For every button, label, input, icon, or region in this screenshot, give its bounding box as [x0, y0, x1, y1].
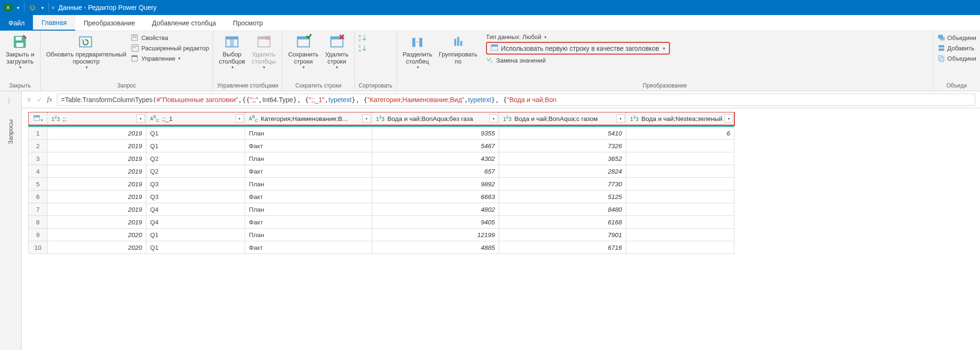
cell[interactable]: 9892: [372, 178, 499, 191]
cell[interactable]: 7730: [499, 178, 626, 191]
cell[interactable]: 5467: [372, 140, 499, 152]
cell[interactable]: Q4: [146, 216, 245, 229]
cell[interactable]: 2019: [48, 216, 146, 229]
remove-columns-button[interactable]: Удалить столбцы ▾: [250, 33, 278, 71]
cell[interactable]: Факт: [245, 216, 372, 229]
keep-rows-button[interactable]: Сохранить строки ▾: [286, 33, 320, 71]
cell[interactable]: 2824: [499, 165, 626, 178]
cell[interactable]: План: [245, 203, 372, 216]
cell[interactable]: Q3: [146, 178, 245, 191]
remove-rows-button[interactable]: Удалить строки ▾: [323, 33, 351, 71]
cell[interactable]: Q2: [146, 165, 245, 178]
row-number[interactable]: 5: [29, 178, 48, 191]
column-header[interactable]: 123Вода и чай;BonAqua;с газом▾: [499, 112, 626, 125]
cell[interactable]: [626, 140, 734, 152]
use-first-row-headers-button[interactable]: Использовать первую строку в качестве за…: [486, 42, 670, 55]
cell[interactable]: 5410: [499, 127, 626, 140]
cell[interactable]: 2019: [48, 127, 146, 140]
cell[interactable]: 6168: [499, 216, 626, 229]
cell[interactable]: [626, 165, 734, 178]
tab-file[interactable]: Файл: [0, 15, 33, 31]
row-number[interactable]: 3: [29, 152, 48, 165]
column-filter-dropdown[interactable]: ▾: [725, 114, 733, 123]
column-header[interactable]: ABC;;_1▾: [146, 112, 245, 125]
row-number[interactable]: 9: [29, 229, 48, 241]
cell[interactable]: 7326: [499, 140, 626, 152]
table-row[interactable]: 32019Q2План43023652: [29, 152, 734, 165]
cell[interactable]: 12199: [372, 229, 499, 241]
cell[interactable]: Q1: [146, 241, 245, 254]
column-filter-dropdown[interactable]: ▾: [136, 114, 145, 123]
cell[interactable]: Q1: [146, 140, 245, 152]
advanced-editor-button[interactable]: Расширенный редактор: [131, 43, 209, 53]
row-number[interactable]: 2: [29, 140, 48, 152]
table-row[interactable]: 62019Q3Факт66635125: [29, 191, 734, 203]
qat-overflow[interactable]: ▿: [52, 5, 55, 11]
table-row[interactable]: 42019Q2Факт6572824: [29, 165, 734, 178]
qat-dropdown-2[interactable]: ▾: [41, 5, 44, 10]
cell[interactable]: План: [245, 229, 372, 241]
merge-queries-button[interactable]: Объедини: [937, 33, 976, 42]
row-number[interactable]: 7: [29, 203, 48, 216]
cell[interactable]: 9355: [372, 127, 499, 140]
cell[interactable]: План: [245, 178, 372, 191]
append-queries-button[interactable]: Добавить: [937, 43, 976, 53]
cell[interactable]: Q1: [146, 127, 245, 140]
row-number[interactable]: 1: [29, 127, 48, 140]
split-column-button[interactable]: Разделить столбец ▾: [401, 33, 434, 71]
tab-add-column[interactable]: Добавление столбца: [143, 15, 224, 31]
cell[interactable]: [626, 152, 734, 165]
close-and-load-button[interactable]: Закрыть и загрузить ▾: [4, 33, 36, 71]
fx-icon[interactable]: fx: [47, 95, 52, 103]
queries-pane[interactable]: 〉 Запросы: [0, 91, 22, 350]
cell[interactable]: 3652: [499, 152, 626, 165]
cancel-formula-icon[interactable]: ✕: [26, 96, 32, 103]
row-number[interactable]: 4: [29, 165, 48, 178]
cell[interactable]: Q3: [146, 191, 245, 203]
accept-formula-icon[interactable]: ✓: [37, 96, 42, 103]
group-by-button[interactable]: Группировать по: [437, 33, 479, 66]
cell[interactable]: План: [245, 127, 372, 140]
cell[interactable]: Факт: [245, 191, 372, 203]
table-row[interactable]: 102020Q1Факт48856716: [29, 241, 734, 254]
cell[interactable]: 657: [372, 165, 499, 178]
cell[interactable]: 2020: [48, 229, 146, 241]
tab-home[interactable]: Главная: [33, 15, 75, 31]
cell[interactable]: 2019: [48, 191, 146, 203]
table-row[interactable]: 22019Q1Факт54677326: [29, 140, 734, 152]
cell[interactable]: Q4: [146, 203, 245, 216]
column-header[interactable]: 123Вода и чай;Nestea;зеленый▾: [626, 112, 734, 125]
formula-input[interactable]: = Table.TransformColumnTypes(#"Повышенны…: [57, 94, 975, 106]
cell[interactable]: [626, 203, 734, 216]
cell[interactable]: [626, 229, 734, 241]
refresh-preview-button[interactable]: Обновить предварительный просмотр ▾: [44, 33, 128, 71]
cell[interactable]: План: [245, 152, 372, 165]
column-filter-dropdown[interactable]: ▾: [489, 114, 498, 123]
table-corner[interactable]: ▾: [29, 112, 48, 125]
cell[interactable]: 2020: [48, 241, 146, 254]
cell[interactable]: 6: [626, 127, 734, 140]
cell[interactable]: 7901: [499, 229, 626, 241]
cell[interactable]: [626, 241, 734, 254]
cell[interactable]: 9405: [372, 216, 499, 229]
cell[interactable]: 8480: [499, 203, 626, 216]
chevron-right-icon[interactable]: 〉: [8, 97, 14, 105]
choose-columns-button[interactable]: Выбор столбцов ▾: [217, 33, 247, 71]
row-number[interactable]: 8: [29, 216, 48, 229]
column-header[interactable]: 123Вода и чай;BonAqua;без газа▾: [372, 112, 499, 125]
column-filter-dropdown[interactable]: ▾: [235, 114, 244, 123]
tab-view[interactable]: Просмотр: [224, 15, 271, 31]
cell[interactable]: 2019: [48, 152, 146, 165]
table-row[interactable]: 12019Q1План935554106: [29, 127, 734, 140]
cell[interactable]: 2019: [48, 165, 146, 178]
column-filter-dropdown[interactable]: ▾: [616, 114, 625, 123]
cell[interactable]: 4302: [372, 152, 499, 165]
cell[interactable]: 2019: [48, 140, 146, 152]
cell[interactable]: 2019: [48, 203, 146, 216]
replace-values-button[interactable]: 12 Замена значений: [486, 56, 670, 65]
row-number[interactable]: 10: [29, 241, 48, 254]
cell[interactable]: [626, 178, 734, 191]
cell[interactable]: 4802: [372, 203, 499, 216]
cell[interactable]: Факт: [245, 140, 372, 152]
cell[interactable]: 2019: [48, 178, 146, 191]
